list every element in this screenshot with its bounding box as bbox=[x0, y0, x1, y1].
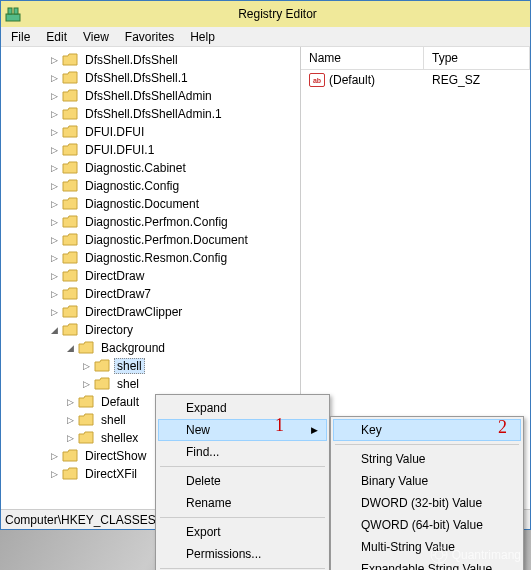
folder-icon bbox=[62, 287, 78, 301]
expand-icon[interactable]: ▷ bbox=[81, 361, 92, 372]
tree-item[interactable]: ▷shell bbox=[1, 357, 300, 375]
watermark-icon bbox=[430, 546, 448, 564]
tree-item-label: DirectXFil bbox=[82, 466, 140, 482]
tree-item-label: DfsShell.DfsShellAdmin.1 bbox=[82, 106, 225, 122]
expand-icon[interactable]: ▷ bbox=[49, 217, 60, 228]
menu-dword-value[interactable]: DWORD (32-bit) Value bbox=[333, 492, 521, 514]
tree-item[interactable]: ▷DirectDrawClipper bbox=[1, 303, 300, 321]
tree-item[interactable]: ▷DFUI.DFUI.1 bbox=[1, 141, 300, 159]
list-row[interactable]: ab (Default) REG_SZ bbox=[301, 70, 530, 90]
expand-icon[interactable]: ▷ bbox=[49, 235, 60, 246]
value-name: (Default) bbox=[329, 73, 432, 87]
expand-icon[interactable]: ▷ bbox=[49, 181, 60, 192]
tree-item-label: Background bbox=[98, 340, 168, 356]
menu-favorites[interactable]: Favorites bbox=[117, 28, 182, 46]
separator bbox=[160, 517, 325, 518]
expand-icon[interactable]: ◢ bbox=[49, 325, 60, 336]
expand-icon[interactable]: ▷ bbox=[49, 91, 60, 102]
menu-string-value[interactable]: String Value bbox=[333, 448, 521, 470]
folder-icon bbox=[62, 89, 78, 103]
menu-rename[interactable]: Rename bbox=[158, 492, 327, 514]
menu-help[interactable]: Help bbox=[182, 28, 223, 46]
tree-item[interactable]: ▷DFUI.DFUI bbox=[1, 123, 300, 141]
expand-icon[interactable]: ▷ bbox=[49, 289, 60, 300]
folder-icon bbox=[62, 143, 78, 157]
folder-icon bbox=[94, 359, 110, 373]
menu-binary-value[interactable]: Binary Value bbox=[333, 470, 521, 492]
tree-item-label: shell bbox=[114, 358, 145, 374]
app-icon bbox=[5, 6, 21, 22]
expand-icon[interactable]: ▷ bbox=[65, 397, 76, 408]
svg-rect-1 bbox=[8, 8, 12, 14]
menu-key[interactable]: Key bbox=[333, 419, 521, 441]
svg-point-4 bbox=[435, 551, 443, 559]
tree-item[interactable]: ▷Diagnostic.Cabinet bbox=[1, 159, 300, 177]
col-header-name[interactable]: Name bbox=[301, 47, 424, 69]
tree-item-label: DfsShell.DfsShell.1 bbox=[82, 70, 191, 86]
expand-icon[interactable]: ▷ bbox=[49, 307, 60, 318]
tree-item[interactable]: ▷DfsShell.DfsShell.1 bbox=[1, 69, 300, 87]
col-header-type[interactable]: Type bbox=[424, 47, 530, 69]
tree-item-label: DirectDrawClipper bbox=[82, 304, 185, 320]
tree-item-label: Default bbox=[98, 394, 142, 410]
expand-icon[interactable]: ▷ bbox=[65, 415, 76, 426]
expand-icon[interactable]: ▷ bbox=[49, 163, 60, 174]
tree-item[interactable]: ◢Background bbox=[1, 339, 300, 357]
tree-item[interactable]: ▷Diagnostic.Perfmon.Document bbox=[1, 231, 300, 249]
expand-icon[interactable]: ▷ bbox=[81, 379, 92, 390]
tree-item[interactable]: ▷DirectDraw bbox=[1, 267, 300, 285]
tree-item[interactable]: ▷Diagnostic.Resmon.Config bbox=[1, 249, 300, 267]
value-type: REG_SZ bbox=[432, 73, 480, 87]
tree-item[interactable]: ▷Diagnostic.Perfmon.Config bbox=[1, 213, 300, 231]
tree-item-label: DFUI.DFUI.1 bbox=[82, 142, 157, 158]
tree-item-label: shellex bbox=[98, 430, 141, 446]
menu-find[interactable]: Find... bbox=[158, 441, 327, 463]
folder-icon bbox=[78, 395, 94, 409]
folder-icon bbox=[62, 269, 78, 283]
expand-icon[interactable]: ▷ bbox=[49, 145, 60, 156]
expand-icon[interactable]: ▷ bbox=[49, 253, 60, 264]
expand-icon[interactable]: ▷ bbox=[49, 469, 60, 480]
menu-qword-value[interactable]: QWORD (64-bit) Value bbox=[333, 514, 521, 536]
expand-icon[interactable]: ▷ bbox=[49, 55, 60, 66]
tree-item[interactable]: ▷DirectDraw7 bbox=[1, 285, 300, 303]
tree-item[interactable]: ◢Directory bbox=[1, 321, 300, 339]
folder-icon bbox=[62, 467, 78, 481]
expand-icon[interactable]: ▷ bbox=[49, 127, 60, 138]
window-title: Registry Editor bbox=[29, 7, 526, 21]
tree-item[interactable]: ▷DfsShell.DfsShellAdmin.1 bbox=[1, 105, 300, 123]
tree-item-label: DFUI.DFUI bbox=[82, 124, 147, 140]
expand-icon[interactable]: ▷ bbox=[49, 109, 60, 120]
tree-item[interactable]: ▷shel bbox=[1, 375, 300, 393]
tree-item-label: Diagnostic.Config bbox=[82, 178, 182, 194]
menu-edit[interactable]: Edit bbox=[38, 28, 75, 46]
tree-item-label: Diagnostic.Cabinet bbox=[82, 160, 189, 176]
titlebar: Registry Editor bbox=[1, 1, 530, 27]
menu-new[interactable]: New ▶ bbox=[158, 419, 327, 441]
menu-delete[interactable]: Delete bbox=[158, 470, 327, 492]
tree-item[interactable]: ▷Diagnostic.Config bbox=[1, 177, 300, 195]
expand-icon[interactable]: ▷ bbox=[49, 199, 60, 210]
menu-expand[interactable]: Expand bbox=[158, 397, 327, 419]
tree-item[interactable]: ▷DfsShell.DfsShellAdmin bbox=[1, 87, 300, 105]
menu-permissions[interactable]: Permissions... bbox=[158, 543, 327, 565]
tree-item[interactable]: ▷Diagnostic.Document bbox=[1, 195, 300, 213]
expand-icon[interactable]: ▷ bbox=[65, 433, 76, 444]
expand-icon[interactable]: ▷ bbox=[49, 73, 60, 84]
expand-icon[interactable]: ▷ bbox=[49, 271, 60, 282]
folder-icon bbox=[62, 305, 78, 319]
menu-view[interactable]: View bbox=[75, 28, 117, 46]
folder-icon bbox=[62, 233, 78, 247]
expand-icon[interactable]: ▷ bbox=[49, 451, 60, 462]
separator bbox=[160, 466, 325, 467]
menu-file[interactable]: File bbox=[3, 28, 38, 46]
tree-item-label: DirectDraw bbox=[82, 268, 147, 284]
tree-item[interactable]: ▷DfsShell.DfsShell bbox=[1, 51, 300, 69]
tree-item-label: Diagnostic.Perfmon.Document bbox=[82, 232, 251, 248]
expand-icon[interactable]: ◢ bbox=[65, 343, 76, 354]
tree-item-label: Directory bbox=[82, 322, 136, 338]
folder-icon bbox=[62, 215, 78, 229]
watermark: Quantrimang bbox=[430, 546, 521, 564]
menu-export[interactable]: Export bbox=[158, 521, 327, 543]
context-menu: Expand New ▶ Find... Delete Rename Expor… bbox=[155, 394, 330, 570]
